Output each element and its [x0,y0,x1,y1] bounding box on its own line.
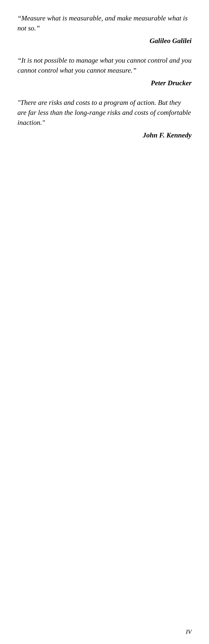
quote-block-2: “It is not possible to manage what you c… [18,55,191,87]
quote-2-text: “It is not possible to manage what you c… [18,55,191,76]
page-container: “Measure what is measurable, and make me… [0,0,209,644]
quote-1-attribution: Galileo Galilei [18,37,191,45]
quote-3-text: "There are risks and costs to a program … [18,98,191,128]
quote-block-1: “Measure what is measurable, and make me… [18,13,191,45]
quote-3-attribution: John F. Kennedy [18,131,191,139]
quote-block-3: "There are risks and costs to a program … [18,98,191,139]
quote-1-text: “Measure what is measurable, and make me… [18,13,191,33]
quote-2-attribution: Peter Drucker [18,79,191,87]
page-number: IV [186,628,191,635]
